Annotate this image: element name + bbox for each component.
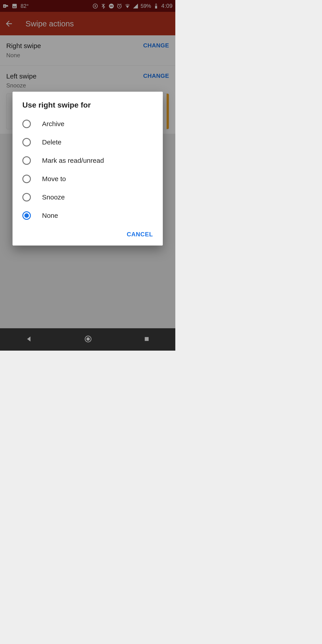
- option-label: Archive: [42, 120, 64, 128]
- radio-icon: [22, 156, 31, 165]
- swipe-action-dialog: Use right swipe for Archive Delete Mark …: [12, 92, 163, 246]
- dialog-title: Use right swipe for: [12, 100, 163, 115]
- radio-icon: [22, 120, 31, 128]
- option-move-to[interactable]: Move to: [12, 170, 163, 188]
- radio-icon: [22, 138, 31, 146]
- radio-icon-selected: [22, 211, 31, 220]
- option-label: Move to: [42, 175, 66, 183]
- option-none[interactable]: None: [12, 206, 163, 225]
- option-label: Snooze: [42, 194, 65, 201]
- option-label: Mark as read/unread: [42, 157, 104, 164]
- option-mark-read-unread[interactable]: Mark as read/unread: [12, 152, 163, 170]
- radio-icon: [22, 193, 31, 202]
- option-archive[interactable]: Archive: [12, 115, 163, 133]
- option-delete[interactable]: Delete: [12, 133, 163, 152]
- option-label: None: [42, 212, 58, 219]
- radio-icon: [22, 175, 31, 183]
- cancel-button[interactable]: CANCEL: [127, 231, 153, 238]
- option-snooze[interactable]: Snooze: [12, 188, 163, 206]
- option-label: Delete: [42, 138, 62, 146]
